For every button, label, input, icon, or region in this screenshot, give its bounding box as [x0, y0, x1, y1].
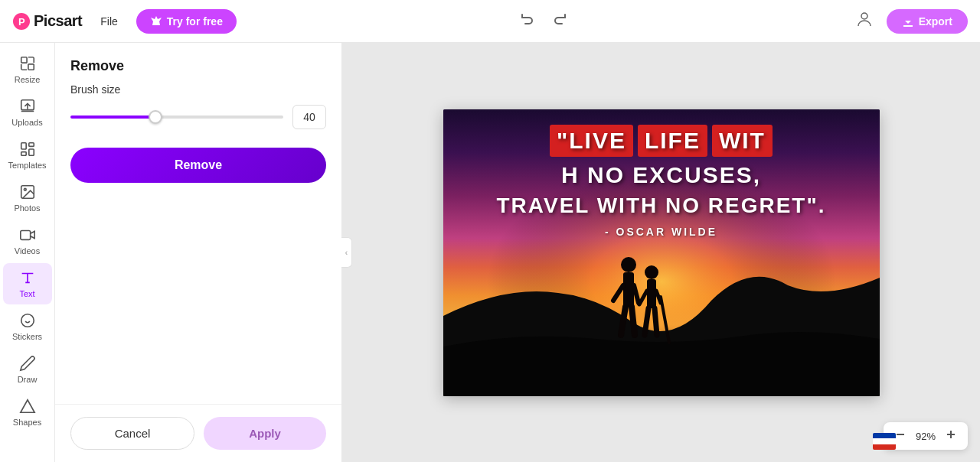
- svg-rect-24: [647, 279, 656, 308]
- svg-rect-6: [21, 143, 25, 149]
- flag-icon: [873, 433, 896, 450]
- svg-line-22: [632, 307, 635, 335]
- logo-icon: P: [12, 12, 31, 31]
- undo-icon: [519, 11, 534, 27]
- svg-rect-12: [20, 231, 30, 240]
- brush-size-slider[interactable]: [70, 116, 283, 119]
- panel-title: Remove: [55, 43, 341, 83]
- svg-point-11: [24, 188, 26, 190]
- draw-icon: [19, 355, 36, 372]
- remove-button[interactable]: Remove: [70, 148, 326, 183]
- undo-button[interactable]: [514, 7, 539, 35]
- canvas-area: "LIVE LIFE WIT H NO EXCUSES, TRAVEL WITH…: [342, 43, 980, 462]
- topbar: P Picsart File Try for free Export: [0, 0, 980, 43]
- sidebar-item-draw[interactable]: Draw: [3, 349, 52, 390]
- export-button[interactable]: Export: [887, 9, 968, 34]
- canvas-image[interactable]: "LIVE LIFE WIT H NO EXCUSES, TRAVEL WITH…: [443, 109, 880, 396]
- templates-icon: [19, 141, 36, 158]
- videos-icon: [19, 226, 36, 243]
- svg-line-29: [661, 297, 669, 343]
- shapes-icon: [19, 398, 36, 415]
- resize-icon: [19, 55, 36, 72]
- svg-marker-14: [20, 400, 34, 413]
- sidebar-item-resize[interactable]: Resize: [3, 49, 52, 90]
- logo-text: Picsart: [34, 12, 82, 30]
- quote-word-live: "LIVE: [550, 125, 633, 157]
- cancel-button[interactable]: Cancel: [70, 417, 194, 450]
- panel-footer: Cancel Apply: [55, 404, 341, 462]
- quote-word-with: WIT: [712, 125, 773, 157]
- sidebar: Resize Uploads Templates Photos Videos T…: [0, 43, 55, 462]
- svg-line-28: [655, 308, 657, 335]
- zoom-in-button[interactable]: [942, 427, 960, 445]
- svg-point-17: [621, 257, 636, 272]
- svg-rect-4: [28, 64, 33, 70]
- topbar-right: Export: [851, 6, 968, 36]
- sidebar-item-templates[interactable]: Templates: [3, 135, 52, 176]
- sidebar-item-photos[interactable]: Photos: [3, 177, 52, 219]
- zoom-out-icon: [894, 428, 906, 441]
- try-for-free-button[interactable]: Try for free: [136, 9, 237, 34]
- panel: Remove Brush size 40 Remove Cancel Apply…: [55, 43, 342, 462]
- quote-line2: TRAVEL WITH NO REGRET".: [459, 194, 864, 218]
- sidebar-item-stickers[interactable]: Stickers: [3, 306, 52, 347]
- svg-rect-8: [21, 152, 25, 156]
- stickers-icon: [19, 312, 36, 329]
- svg-text:P: P: [18, 16, 25, 28]
- canvas-text-overlay: "LIVE LIFE WIT H NO EXCUSES, TRAVEL WITH…: [443, 125, 880, 238]
- svg-line-20: [634, 285, 639, 303]
- user-icon: [856, 11, 873, 28]
- panel-collapse-handle[interactable]: ‹: [341, 237, 352, 268]
- quote-word-h: H NO EXCUSES,: [561, 161, 761, 189]
- svg-rect-3: [21, 57, 26, 63]
- crown-icon: [150, 15, 162, 28]
- svg-point-23: [645, 265, 658, 279]
- file-button[interactable]: File: [94, 12, 124, 31]
- text-icon: [19, 269, 36, 286]
- main-area: Resize Uploads Templates Photos Videos T…: [0, 43, 980, 462]
- quote-author: - OSCAR WILDE: [459, 226, 864, 238]
- svg-rect-7: [28, 143, 33, 147]
- svg-rect-9: [28, 149, 33, 155]
- topbar-center: [514, 7, 573, 35]
- topbar-left: P Picsart File Try for free: [12, 9, 237, 34]
- svg-rect-18: [623, 272, 634, 307]
- download-icon: [902, 15, 914, 28]
- svg-line-19: [613, 285, 623, 301]
- zoom-level-display: 92%: [916, 431, 936, 442]
- quote-word-life: LIFE: [638, 125, 707, 157]
- zoom-in-icon: [945, 428, 957, 441]
- brush-row: 40: [70, 105, 326, 129]
- hikers-silhouette: [596, 243, 688, 366]
- redo-button[interactable]: [548, 7, 573, 35]
- svg-line-21: [621, 307, 626, 335]
- svg-point-13: [21, 314, 34, 327]
- svg-line-27: [645, 308, 648, 335]
- redo-icon: [553, 11, 568, 27]
- sidebar-item-shapes[interactable]: Shapes: [3, 392, 52, 433]
- sidebar-item-text[interactable]: Text: [3, 263, 52, 304]
- photos-icon: [19, 184, 36, 200]
- brush-value-display: 40: [292, 105, 326, 129]
- panel-content: Brush size 40 Remove: [55, 83, 341, 244]
- uploads-icon: [19, 98, 36, 115]
- zoom-controls: 92%: [884, 422, 968, 450]
- sidebar-item-videos[interactable]: Videos: [3, 220, 52, 262]
- brush-size-label: Brush size: [70, 83, 326, 96]
- logo: P Picsart: [12, 12, 82, 31]
- svg-point-2: [861, 13, 867, 19]
- sidebar-item-uploads[interactable]: Uploads: [3, 92, 52, 133]
- svg-line-25: [639, 291, 647, 304]
- apply-button[interactable]: Apply: [204, 417, 326, 450]
- user-account-button[interactable]: [851, 6, 877, 36]
